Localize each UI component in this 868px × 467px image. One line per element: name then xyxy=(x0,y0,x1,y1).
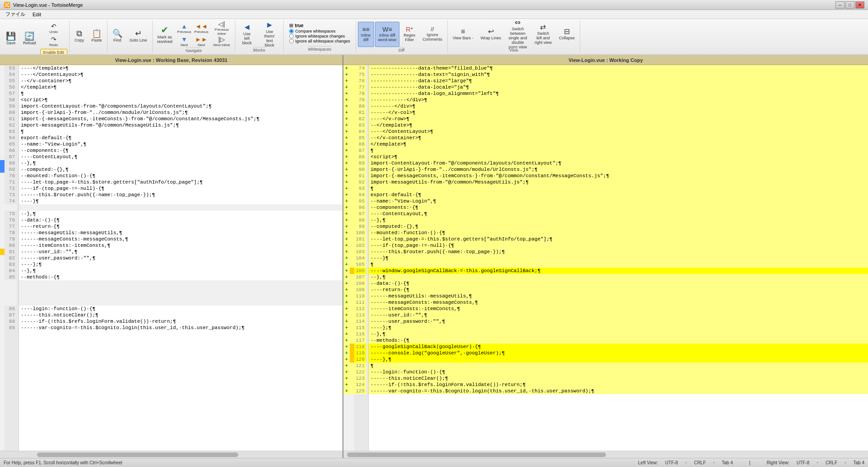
ignore-ws-changes-label[interactable]: Ignore whitespace changes xyxy=(289,34,350,38)
prev-diff-icon: ▲ xyxy=(181,23,188,30)
right-code-line: ······console.log("googleUser",·googleUs… xyxy=(369,350,868,356)
blocks-row: ◄ Use left block ► Use theirs' text bloc… xyxy=(237,22,282,47)
collapse-button[interactable]: ⊟ Collapse xyxy=(556,22,578,47)
use-left-icon: ◄ xyxy=(243,23,251,31)
window-title: View-Login.vue - TortoiseMerge xyxy=(13,2,835,8)
reload-icon: 🔄 xyxy=(24,32,34,40)
left-code-line: import·messageUtils·from·"@/common/Messa… xyxy=(19,122,343,128)
left-code-line: ··computed:·{},¶ xyxy=(19,166,343,173)
toolbar: 💾 Save 🔄 Reload ↶ Undo ↷ Redo Enable Edi… xyxy=(0,19,868,55)
right-code-line: import·messageUtils·from·"@/common/Messa… xyxy=(369,179,868,185)
menu-item-file[interactable]: ファイル xyxy=(2,10,29,19)
right-code-line: ··},¶ xyxy=(369,217,868,223)
close-button[interactable]: ✕ xyxy=(855,1,864,9)
view-bars-button[interactable]: ≡ View Bars - xyxy=(450,22,477,47)
next-diff-button[interactable]: ▼ Next xyxy=(176,35,192,47)
prev-inline-button[interactable]: ◁| Previous inline xyxy=(211,22,233,34)
right-code-line: ······user_password:·"",¶ xyxy=(369,318,868,325)
right-code-line: </template>¶ xyxy=(369,141,868,147)
left-code-line: ····let·top_page·=·this.$store.getters["… xyxy=(19,179,343,185)
left-code-line: ··</v-container>¶ xyxy=(19,78,343,84)
save-button[interactable]: 💾 Save xyxy=(3,26,19,52)
copy-icon: ⧉ xyxy=(76,29,82,38)
switch-left-right-button[interactable]: ⇄ Switch left and right view xyxy=(531,22,555,47)
right-code-line: ······itemConsts:·itemConsts,¶ xyxy=(369,306,868,312)
paste-button[interactable]: 📋 Paste xyxy=(89,24,105,49)
right-code-line: import·{·messageConsts,·itemConsts·}·fro… xyxy=(369,173,868,179)
minimize-button[interactable]: ─ xyxy=(835,1,845,9)
status-help: For Help, press F1. Scroll horizontally … xyxy=(4,460,631,465)
toolbar-group-copy-paste: ⧉ Copy 📋 Paste xyxy=(70,21,108,52)
copy-button[interactable]: ⧉ Copy xyxy=(71,24,88,49)
left-scroll[interactable] xyxy=(0,451,343,458)
status-sep1: • xyxy=(685,460,687,465)
left-code-area[interactable]: ····</template>¶····</ContentLayout>¶··<… xyxy=(19,65,343,451)
find-button[interactable]: 🔍 Find xyxy=(109,24,126,49)
prev-conflict-button[interactable]: ◄◄ Previous xyxy=(193,22,210,34)
left-code-line: <script>¶ xyxy=(19,97,343,103)
wrap-lines-button[interactable]: ↩ Wrap Lines xyxy=(478,22,504,47)
right-change-markers xyxy=(350,65,354,451)
switch-single-double-button[interactable]: ⇔ Switch between single and double pane … xyxy=(505,22,530,47)
left-panel: View-Login.vue : Working Base, Revision … xyxy=(0,55,343,458)
status-bar: For Help, press F1. Scroll horizontally … xyxy=(0,458,868,467)
show-whitespace-label[interactable]: ⊞ true xyxy=(289,23,350,28)
inline-diff-word-button[interactable]: W≡ Inline diffword-wise xyxy=(375,22,400,47)
next-inline-button[interactable]: |▷ Next inline xyxy=(211,35,233,47)
inline-diff-button[interactable]: ≡≡ Inlinediff xyxy=(358,22,374,47)
mark-resolved-button[interactable]: ✔ Mark as resolved xyxy=(155,22,175,47)
use-left-button[interactable]: ◄ Use left block xyxy=(237,22,257,47)
goto-line-button[interactable]: ↵ Goto Line xyxy=(127,24,150,49)
status-left-eol: CRLF xyxy=(694,460,706,465)
redo-button[interactable]: ↷ Redo xyxy=(40,35,67,47)
right-code-line: ····let·top_page·=·this.$store.getters["… xyxy=(369,236,868,242)
prev-diff-label: Previous xyxy=(177,30,191,34)
reload-button[interactable]: 🔄 Reload xyxy=(20,26,39,52)
right-code-area[interactable]: ················data-theme="filled_blue"… xyxy=(369,65,868,451)
ignore-all-ws-text: Ignore all whitespace changes xyxy=(296,39,350,43)
compare-ws-label[interactable]: Compare whitespaces xyxy=(289,29,350,33)
left-scrollbar[interactable] xyxy=(4,453,339,457)
prev-diff-button[interactable]: ▲ Previous xyxy=(176,22,192,34)
right-scrollbar[interactable] xyxy=(347,453,864,457)
left-code-line: ····</ContentLayout>¶ xyxy=(19,71,343,78)
menu-item-edit[interactable]: Edit xyxy=(29,11,45,18)
maximize-button[interactable]: □ xyxy=(845,1,854,9)
prev-next-conflict-group: ◄◄ Previous ►► Next xyxy=(193,22,210,47)
left-scrollbar-thumb[interactable] xyxy=(37,453,238,457)
prev-next-diff-group: ▲ Previous ▼ Next xyxy=(176,22,192,47)
undo-button[interactable]: ↶ Undo xyxy=(40,22,67,34)
left-panel-header: View-Login.vue : Working Base, Revision … xyxy=(0,55,343,65)
next-conflict-button[interactable]: ►► Next xyxy=(193,35,210,47)
right-scroll[interactable] xyxy=(343,451,868,458)
ignore-comments-button[interactable]: // IgnoreComments xyxy=(419,22,446,47)
show-whitespace-checkbox[interactable]: ⊞ xyxy=(289,23,293,28)
ignore-ws-changes-radio[interactable] xyxy=(289,34,294,38)
right-code-line: ¶ xyxy=(369,185,868,192)
next-diff-label: Next xyxy=(180,43,188,47)
regex-filter-button[interactable]: R* RegexFilter xyxy=(400,22,418,47)
right-scrollbar-thumb[interactable] xyxy=(347,453,606,457)
left-code-line: ······this.$router.push({·name:·top_page… xyxy=(19,192,343,198)
use-theirs-button[interactable]: ► Use theirs' text block xyxy=(258,22,282,47)
left-code-line: ······itemConsts:·itemConsts,¶ xyxy=(19,242,343,249)
right-code-line: ····ContentLayout,¶ xyxy=(369,211,868,217)
diff-display-label: Diff xyxy=(399,47,404,52)
navigate-label: Navigate xyxy=(186,47,202,53)
left-code-line: ··data:·()·{¶ xyxy=(19,217,343,223)
right-code-line: ······if·(!this.$refs.loginForm.validate… xyxy=(369,382,868,388)
enable-edit-button[interactable]: Enable Edit xyxy=(40,49,67,55)
right-code-line: ············</div>¶ xyxy=(369,97,868,103)
left-code-line xyxy=(19,204,343,211)
right-add-indicators: ++++++++++++++++++++++++++++++++++++++++… xyxy=(343,65,350,451)
ignore-all-ws-radio[interactable] xyxy=(289,39,294,43)
left-code-line: ¶ xyxy=(19,128,343,135)
compare-ws-radio[interactable] xyxy=(289,29,294,33)
view-row: ≡ View Bars - ↩ Wrap Lines ⇔ Switch betw… xyxy=(450,22,578,47)
right-diff-content: ++++++++++++++++++++++++++++++++++++++++… xyxy=(343,65,868,451)
left-code-line: ······messageUtils:·messageUtils,¶ xyxy=(19,230,343,236)
status-sep2: • xyxy=(713,460,715,465)
left-code-line: ······user_id:·"",¶ xyxy=(19,249,343,255)
ignore-all-ws-label[interactable]: Ignore all whitespace changes xyxy=(289,39,350,43)
status-left-label: Left View: xyxy=(638,460,658,465)
